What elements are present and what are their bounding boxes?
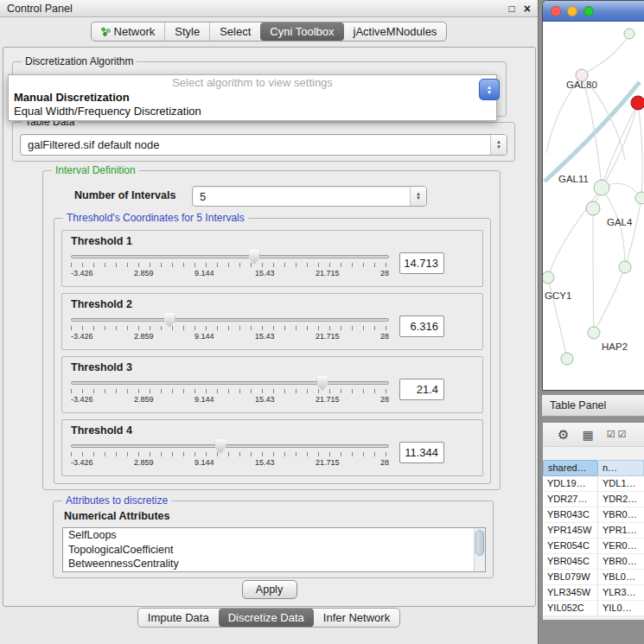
threshold-value-field[interactable]: 14.713 [399,252,444,274]
close-traffic-light-button[interactable] [551,6,561,16]
network-canvas[interactable]: GAL80 GAL11 GAL4 GCY1 HAP2 [543,22,644,390]
window-title: Control Panel [7,3,73,15]
column-header[interactable]: shared… [543,460,598,476]
tab-discretize-data[interactable]: Discretize Data [219,609,314,627]
list-item[interactable]: SelfLoops [63,528,485,543]
slider-track[interactable] [71,444,389,448]
checkbox-icon[interactable]: ☑ [618,430,627,439]
columns-icon[interactable]: ▦ [582,429,593,441]
table-row[interactable]: YBL079WYBL0… [543,570,644,585]
interval-definition-title: Interval Definition [52,164,139,176]
threshold-slider[interactable]: -3.4262.8599.14415.4321.71528 [71,375,389,404]
stepper-icon[interactable]: ▲▼ [490,135,507,155]
threshold-panel: Threshold 2 -3.4262.8599.14415.4321.7152… [61,293,483,350]
network-view-window: GAL80 GAL11 GAL4 GCY1 HAP2 [542,0,644,391]
combo-stepper-button[interactable]: ▲ ▼ [479,79,500,100]
slider-scale: -3.4262.8599.14415.4321.71528 [71,269,389,277]
table-cell: YDL1… [598,476,644,491]
control-panel-window: Control Panel □ × NetworkStyleSelectCyni… [0,0,539,644]
table-cell: YBR045C [543,554,598,569]
column-header[interactable]: n… [598,460,644,476]
network-node[interactable] [619,261,631,273]
tab-label: Style [175,25,200,38]
tab-label: Cyni Toolbox [270,25,334,38]
tab-jactivemnodules[interactable]: jActiveMNodules [344,22,447,41]
table-row[interactable]: YDR27…YDR2… [543,492,644,507]
table-row[interactable]: YER054CYER0… [543,539,644,554]
threshold-slider[interactable]: -3.4262.8599.14415.4321.71528 [71,438,389,467]
scale-label: 9.144 [194,269,214,277]
list-scrollbar[interactable] [474,528,485,571]
table-cell: YDL19… [543,476,598,491]
slider-track[interactable] [71,318,389,322]
table-toolbar: ⚙ ▦ ☑ ☑ [543,423,644,447]
scrollbar-thumb[interactable] [475,530,484,556]
interval-definition-group: Interval Definition Number of Intervals … [42,170,501,490]
apply-button[interactable]: Apply [242,580,297,599]
tab-impute-data[interactable]: Impute Data [138,609,219,627]
minimize-traffic-light-button[interactable] [567,6,577,16]
table-row[interactable]: YIL052CYIL0… [543,601,644,616]
bottom-tab-bar: Impute DataDiscretize DataInfer Network [137,608,400,628]
table-data-value: galFiltered.sif default node [28,138,507,151]
thresholds-group: Threshold's Coordinates for 5 Intervals … [54,218,491,484]
network-node[interactable] [635,192,644,204]
table-cell: YBR043C [543,507,598,522]
threshold-value-field[interactable]: 11.344 [399,442,444,463]
tab-network[interactable]: Network [92,22,165,41]
threshold-slider[interactable]: -3.4262.8599.14415.4321.71528 [71,249,389,277]
num-intervals-combobox[interactable]: 5 ▲▼ [192,186,427,207]
table-data-combobox[interactable]: galFiltered.sif default node ▲▼ [20,134,507,156]
scale-label: 28 [380,458,389,467]
stepper-icon[interactable]: ▲▼ [410,187,426,206]
table-cell: YER0… [598,539,644,553]
threshold-value-field[interactable]: 6.316 [399,316,444,337]
scale-label: 21.715 [316,332,340,341]
table-cell: YLR345W [543,585,598,600]
table-panel-title: Table Panel [550,399,606,411]
scale-label: 2.859 [134,395,154,404]
network-node-label: GCY1 [545,290,571,301]
dropdown-option[interactable]: Manual Discretization [9,91,496,105]
network-node[interactable] [624,29,634,39]
slider-ticks [71,389,389,393]
network-node[interactable] [543,271,554,284]
table-cell: YIL052C [543,601,598,615]
table-row[interactable]: YBR045CYBR0… [543,554,644,570]
zoom-traffic-light-button[interactable] [583,6,594,16]
list-item[interactable]: BetweennessCentrality [63,557,485,571]
slider-track[interactable] [71,255,389,258]
network-node[interactable] [594,180,609,195]
checkbox-icon[interactable]: ☑ [607,430,615,439]
float-window-button[interactable]: □ [509,3,515,14]
network-node-label: GAL80 [566,80,597,90]
slider-track[interactable] [71,381,389,385]
numerical-attributes-list[interactable]: SelfLoopsTopologicalCoefficientBetweenne… [62,527,486,572]
tab-cyni-toolbox[interactable]: Cyni Toolbox [260,22,343,41]
threshold-slider[interactable]: -3.4262.8599.14415.4321.71528 [71,312,389,341]
network-node[interactable] [561,353,573,365]
threshold-panel: Threshold 3 -3.4262.8599.14415.4321.7152… [61,356,483,413]
list-item[interactable]: TopologicalCoefficient [63,543,485,558]
scale-label: 9.144 [194,332,214,341]
tab-label: Select [220,25,251,38]
scale-label: 2.859 [134,332,154,341]
table-row[interactable]: YBR043CYBR0… [543,507,644,523]
dropdown-option[interactable]: Equal Width/Frequency Discretization [9,105,496,118]
table-cell: YPR1… [598,523,644,538]
table-row[interactable]: YLR345WYLR3… [543,585,644,601]
table-row[interactable]: YDL19…YDL1… [543,476,644,492]
table-row[interactable]: YPR145WYPR1… [543,523,644,539]
close-window-button[interactable]: × [524,3,531,15]
attributes-items: SelfLoopsTopologicalCoefficientBetweenne… [63,528,485,571]
network-node[interactable] [586,201,600,215]
network-node[interactable] [588,327,600,339]
thresholds-group-title: Threshold's Coordinates for 5 Intervals [63,212,248,224]
tab-select[interactable]: Select [209,22,260,41]
tab-infer-network[interactable]: Infer Network [314,609,399,627]
threshold-value-field[interactable]: 21.4 [399,379,444,400]
network-node-selected[interactable] [631,96,644,110]
gear-icon[interactable]: ⚙ [558,428,569,441]
table-cell: YBR0… [598,507,644,522]
tab-style[interactable]: Style [164,22,209,41]
